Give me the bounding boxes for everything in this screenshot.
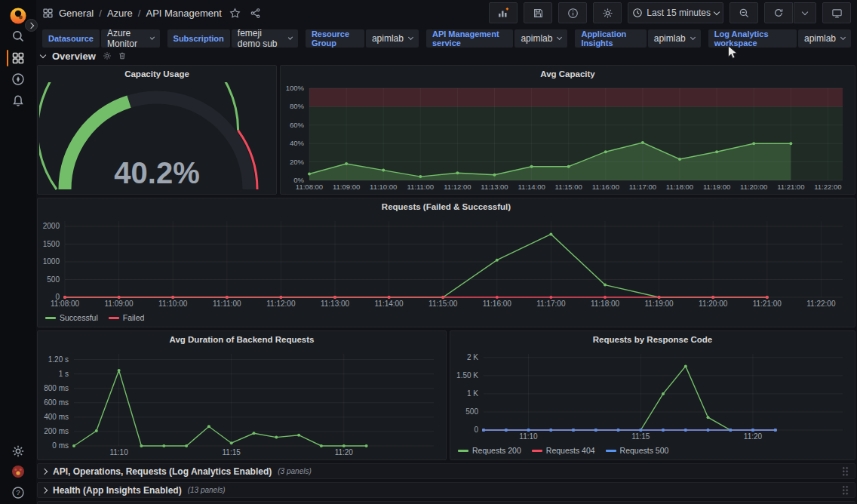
row-settings-gear-icon[interactable]: [103, 51, 112, 60]
search-icon[interactable]: [11, 29, 25, 43]
svg-text:40%: 40%: [290, 139, 305, 147]
legend-swatch: [45, 317, 56, 319]
chevron-right-icon: [41, 468, 48, 474]
add-panel-button[interactable]: [489, 2, 518, 23]
row-title: Health (App Insights Enabled): [53, 485, 182, 496]
svg-text:400 ms: 400 ms: [44, 413, 69, 421]
svg-text:11:20:00: 11:20:00: [740, 183, 767, 191]
svg-text:1500: 1500: [43, 240, 60, 248]
row-panel-count: (13 panels): [188, 486, 226, 494]
row-drag-handle[interactable]: [842, 485, 849, 495]
svg-text:60%: 60%: [290, 121, 305, 129]
svg-text:40.2%: 40.2%: [114, 156, 199, 189]
panel-title[interactable]: Avg Duration of Backend Requests: [38, 331, 446, 348]
avg-capacity-chart[interactable]: 0%20%40%60%80%100%11:08:0011:09:0011:10:…: [282, 82, 853, 194]
panel-title[interactable]: Requests (Failed & Successful): [38, 198, 855, 215]
alerting-bell-icon[interactable]: [11, 94, 25, 107]
configuration-gear-icon[interactable]: [11, 444, 25, 458]
help-icon[interactable]: ?: [11, 486, 25, 499]
legend-item[interactable]: Failed: [109, 313, 145, 322]
row-drag-handle[interactable]: [842, 466, 849, 476]
svg-text:11:19:00: 11:19:00: [645, 300, 674, 308]
row-panel-count: (3 panels): [278, 467, 311, 475]
svg-text:11:10:00: 11:10:00: [158, 300, 188, 308]
filter-application-insights: Application Insightsapimlab: [575, 29, 700, 48]
collapsed-row[interactable]: Operations (App Insights Enabled)(9 pane…: [37, 501, 855, 504]
time-range-picker[interactable]: Last 15 minutes: [628, 2, 723, 23]
breadcrumb-item[interactable]: General: [59, 8, 94, 19]
svg-text:11:18:00: 11:18:00: [591, 300, 620, 308]
panel-title[interactable]: Capacity Usage: [38, 66, 276, 82]
chevron-down-icon: [557, 35, 562, 40]
chevron-right-icon: [41, 487, 48, 493]
filter-resource-group: Resource Groupapimlab: [306, 29, 419, 48]
filter-value-dropdown[interactable]: femeji demo sub: [232, 29, 298, 48]
svg-text:1 K: 1 K: [467, 389, 478, 398]
explore-compass-icon[interactable]: [11, 72, 25, 86]
legend-item[interactable]: Requests 500: [606, 446, 669, 455]
breadcrumb-separator: /: [99, 8, 102, 19]
requests-chart[interactable]: 050010001500200011:08:0011:09:0011:10:00…: [39, 215, 853, 311]
svg-text:11:12:00: 11:12:00: [266, 300, 296, 308]
svg-text:11:10: 11:10: [519, 432, 538, 441]
filter-label: Datasource: [42, 29, 100, 48]
row-delete-trash-icon[interactable]: [118, 51, 127, 60]
share-icon[interactable]: [250, 8, 261, 19]
dashboards-icon[interactable]: [11, 51, 25, 65]
panel-avg-capacity[interactable]: Avg Capacity 0%20%40%60%80%100%11:08:001…: [280, 65, 855, 195]
filter-label: API Management service: [426, 29, 513, 48]
filter-value-dropdown[interactable]: apimlab: [648, 29, 701, 48]
svg-text:2000: 2000: [43, 222, 60, 230]
collapsed-row[interactable]: Health (App Insights Enabled)(13 panels): [37, 482, 855, 498]
dashboard-insights-button[interactable]: [558, 2, 587, 23]
chevron-down-icon: [840, 35, 846, 40]
svg-text:11:15: 11:15: [631, 432, 650, 441]
zoom-out-time-button[interactable]: [730, 2, 758, 23]
row-overview[interactable]: Overview: [41, 50, 127, 62]
panel-title[interactable]: Avg Capacity: [281, 66, 855, 82]
svg-text:80%: 80%: [290, 102, 305, 110]
breadcrumb-item[interactable]: API Management: [146, 8, 221, 19]
dashboard-settings-button[interactable]: [593, 2, 622, 23]
filter-value-dropdown[interactable]: apimlab: [366, 29, 419, 48]
svg-text:11:20: 11:20: [335, 448, 354, 456]
save-dashboard-button[interactable]: [524, 2, 552, 23]
favorite-star-icon[interactable]: [229, 8, 241, 19]
filter-label: Subscription: [167, 29, 230, 48]
avg-duration-chart[interactable]: 0 ms200 ms400 ms600 ms800 ms1 s1.20 s11:…: [39, 348, 444, 459]
refresh-button[interactable]: [764, 2, 793, 23]
sidebar-expand-button[interactable]: [25, 19, 38, 32]
user-avatar[interactable]: [11, 465, 25, 478]
svg-text:11:12:00: 11:12:00: [444, 183, 471, 191]
panel-requests[interactable]: Requests (Failed & Successful) 050010001…: [37, 198, 855, 327]
refresh-interval-dropdown[interactable]: [794, 2, 816, 23]
breadcrumb-item[interactable]: Azure: [107, 8, 133, 19]
sidebar-active-indicator: [7, 50, 8, 66]
response-code-chart[interactable]: 05001 K1.50 K2 K11:1011:1511:20: [452, 348, 853, 444]
filter-subscription: Subscriptionfemeji demo sub: [167, 29, 298, 48]
panel-capacity-usage[interactable]: Capacity Usage 40.2%: [37, 65, 277, 195]
panel-title[interactable]: Requests by Response Code: [450, 331, 855, 348]
panel-requests-by-response-code[interactable]: Requests by Response Code 05001 K1.50 K2…: [450, 330, 855, 460]
cycle-view-mode-button[interactable]: [822, 2, 851, 23]
svg-text:11:17:00: 11:17:00: [629, 183, 656, 191]
svg-text:11:08:00: 11:08:00: [296, 183, 323, 191]
legend-item[interactable]: Successful: [45, 313, 98, 322]
filter-value-dropdown[interactable]: apimlab: [515, 29, 567, 48]
svg-text:1 s: 1 s: [59, 370, 69, 378]
panel-avg-duration[interactable]: Avg Duration of Backend Requests 0 ms200…: [37, 330, 447, 460]
filter-value-dropdown[interactable]: Azure Monitor: [101, 29, 160, 48]
svg-text:11:09:00: 11:09:00: [333, 183, 360, 191]
svg-text:?: ?: [16, 488, 20, 496]
filter-value-dropdown[interactable]: apimlab: [798, 29, 851, 48]
collapsed-row[interactable]: API, Operations, Requests (Log Analytics…: [37, 463, 855, 479]
response-code-legend: Requests 200Requests 404Requests 500: [450, 444, 855, 459]
svg-text:100%: 100%: [286, 84, 305, 92]
filter-label: Resource Group: [306, 29, 364, 48]
collapsed-rows: API, Operations, Requests (Log Analytics…: [37, 463, 855, 504]
legend-item[interactable]: Requests 200: [458, 446, 521, 455]
svg-text:11:15: 11:15: [223, 448, 241, 456]
svg-text:11:13:00: 11:13:00: [481, 183, 508, 191]
legend-item[interactable]: Requests 404: [532, 446, 595, 455]
toolbar: Last 15 minutes: [489, 2, 851, 23]
